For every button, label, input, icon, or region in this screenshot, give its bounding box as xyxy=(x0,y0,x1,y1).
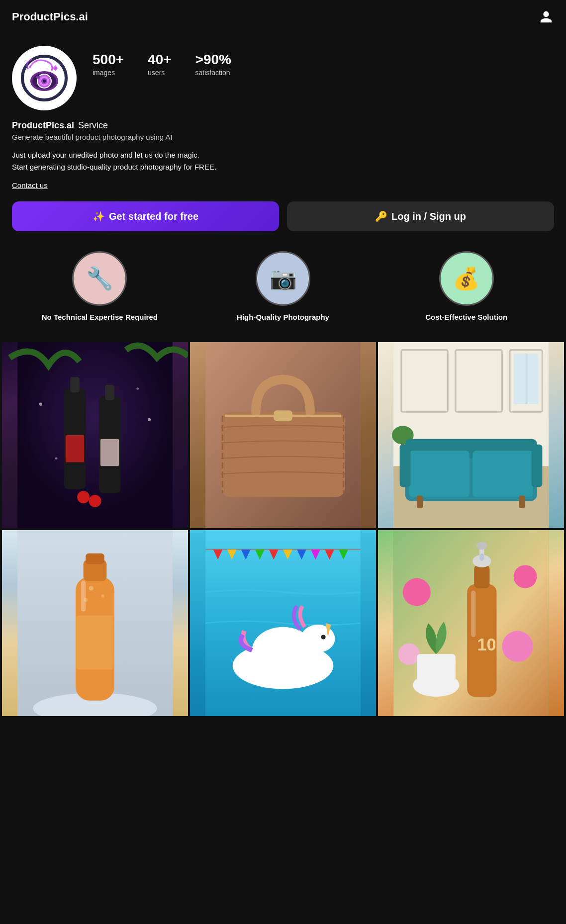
svg-point-20 xyxy=(39,403,42,406)
feature-no-technical: 🔧 No Technical Expertise Required xyxy=(12,251,188,322)
contact-us-link[interactable]: Contact us xyxy=(12,181,48,189)
stats-container: 500+ images 40+ users >90% satisfaction xyxy=(93,46,231,77)
svg-rect-56 xyxy=(81,580,86,611)
feature-cost-effective-icon-circle: 💰 xyxy=(439,251,494,306)
stat-images-number: 500+ xyxy=(93,52,124,68)
svg-point-7 xyxy=(43,80,46,83)
features-section: 🔧 No Technical Expertise Required 📷 High… xyxy=(0,251,566,322)
svg-rect-14 xyxy=(66,435,84,462)
svg-point-78 xyxy=(502,631,533,662)
leather-bag-image xyxy=(190,342,376,528)
svg-point-76 xyxy=(403,578,431,606)
sofa-image xyxy=(378,342,564,528)
stat-satisfaction-label: satisfaction xyxy=(195,69,231,77)
feature-high-quality-label: High-Quality Photography xyxy=(237,312,329,322)
avatar xyxy=(12,46,77,110)
svg-rect-41 xyxy=(472,451,533,497)
svg-rect-40 xyxy=(409,451,470,497)
login-icon: 🔑 xyxy=(375,210,387,222)
feature-high-quality: 📷 High-Quality Photography xyxy=(195,251,371,322)
header: ProductPics.ai xyxy=(0,0,566,34)
svg-point-9 xyxy=(53,66,57,70)
svg-rect-8 xyxy=(36,76,40,79)
login-label: Log in / Sign up xyxy=(391,211,466,222)
profile-type: Service xyxy=(78,120,108,131)
features-row: 🔧 No Technical Expertise Required 📷 High… xyxy=(12,251,554,322)
get-started-button[interactable]: ✨ Get started for free xyxy=(12,201,279,231)
svg-point-54 xyxy=(101,594,104,597)
svg-point-19 xyxy=(89,495,101,507)
svg-point-23 xyxy=(136,387,139,390)
svg-rect-51 xyxy=(86,554,104,564)
money-bag-icon: 💰 xyxy=(453,266,480,291)
profile-name: ProductPics.ai xyxy=(12,120,74,131)
svg-rect-42 xyxy=(400,445,411,487)
feature-cost-effective-label: Cost-Effective Solution xyxy=(425,312,507,322)
svg-rect-43 xyxy=(532,445,543,487)
stat-satisfaction: >90% satisfaction xyxy=(195,52,231,77)
user-account-button[interactable] xyxy=(538,9,554,25)
svg-point-79 xyxy=(398,644,420,665)
svg-rect-13 xyxy=(70,377,80,392)
svg-rect-27 xyxy=(274,410,292,421)
stat-users: 40+ users xyxy=(148,52,172,77)
action-buttons: ✨ Get started for free 🔑 Log in / Sign u… xyxy=(0,201,566,231)
svg-rect-83 xyxy=(474,565,489,588)
profile-section: 500+ images 40+ users >90% satisfaction xyxy=(0,34,566,110)
get-started-label: Get started for free xyxy=(109,211,198,222)
svg-point-73 xyxy=(321,635,325,639)
svg-rect-88 xyxy=(471,591,475,638)
svg-text:10: 10 xyxy=(477,635,496,654)
profile-tagline: Generate beautiful product photography u… xyxy=(12,133,554,141)
stat-users-number: 40+ xyxy=(148,52,172,68)
svg-point-53 xyxy=(89,586,94,590)
stat-satisfaction-number: >90% xyxy=(195,52,231,68)
svg-point-77 xyxy=(514,565,537,588)
svg-point-86 xyxy=(476,542,487,550)
gallery-item-bag[interactable] xyxy=(190,342,376,528)
svg-rect-45 xyxy=(519,496,525,508)
profile-name-row: ProductPics.ai Service xyxy=(12,120,554,131)
gallery-item-drink-bottle[interactable] xyxy=(2,530,188,716)
feature-high-quality-icon-circle: 📷 xyxy=(256,251,310,306)
get-started-icon: ✨ xyxy=(93,210,105,222)
svg-point-21 xyxy=(148,418,151,421)
app-logo: ProductPics.ai xyxy=(12,10,88,23)
serum-bottle-image: 10 xyxy=(378,530,564,716)
gallery-item-sofa[interactable] xyxy=(378,342,564,528)
stat-images: 500+ images xyxy=(93,52,124,77)
svg-point-18 xyxy=(77,491,90,503)
gallery-item-wine[interactable] xyxy=(2,342,188,528)
gallery-item-pool-float[interactable] xyxy=(190,530,376,716)
description-line1: Just upload your unedited photo and let … xyxy=(12,151,199,159)
svg-rect-16 xyxy=(105,385,114,400)
wrench-icon: 🔧 xyxy=(86,266,113,291)
svg-rect-52 xyxy=(77,615,114,669)
login-signup-button[interactable]: 🔑 Log in / Sign up xyxy=(287,201,554,231)
description-line2: Start generating studio-quality product … xyxy=(12,163,216,171)
pool-float-image xyxy=(190,530,376,716)
product-gallery: 10 xyxy=(0,342,566,716)
profile-description: Just upload your unedited photo and let … xyxy=(12,149,554,173)
svg-rect-26 xyxy=(221,412,345,497)
stat-images-label: images xyxy=(93,69,124,77)
stat-users-label: users xyxy=(148,69,172,77)
drink-bottle-image xyxy=(2,530,188,716)
svg-rect-81 xyxy=(417,654,456,688)
wine-bottles-image xyxy=(2,342,188,528)
gallery-item-serum[interactable]: 10 xyxy=(378,530,564,716)
profile-info: ProductPics.ai Service Generate beautifu… xyxy=(0,110,566,201)
camera-icon: 📷 xyxy=(270,266,297,291)
svg-rect-44 xyxy=(417,496,423,508)
feature-no-technical-label: No Technical Expertise Required xyxy=(42,312,158,322)
svg-rect-17 xyxy=(100,439,119,466)
feature-cost-effective: 💰 Cost-Effective Solution xyxy=(378,251,554,322)
user-icon xyxy=(539,10,553,24)
feature-no-technical-icon-circle: 🔧 xyxy=(72,251,127,306)
svg-point-22 xyxy=(55,457,58,460)
svg-point-89 xyxy=(479,554,484,561)
brand-logo-image xyxy=(19,53,69,103)
